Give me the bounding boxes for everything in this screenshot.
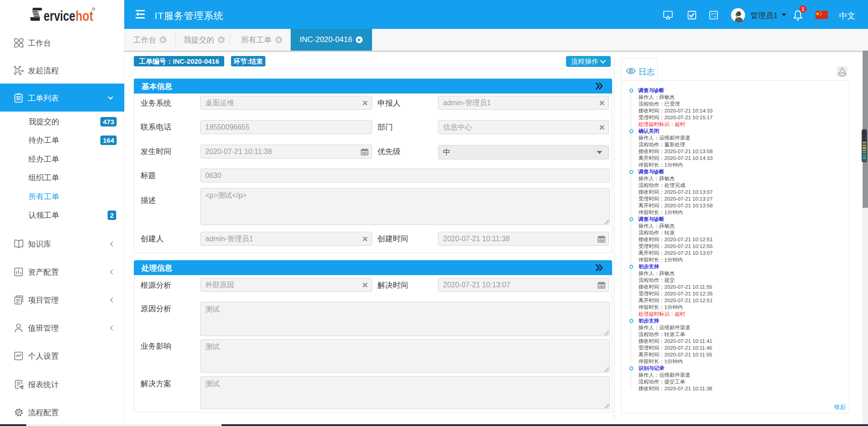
svg-text:hot: hot [75,8,93,22]
svg-text:TOP: TOP [839,74,845,77]
svg-text:ervice: ervice [44,8,75,22]
svg-text:R: R [93,7,95,10]
